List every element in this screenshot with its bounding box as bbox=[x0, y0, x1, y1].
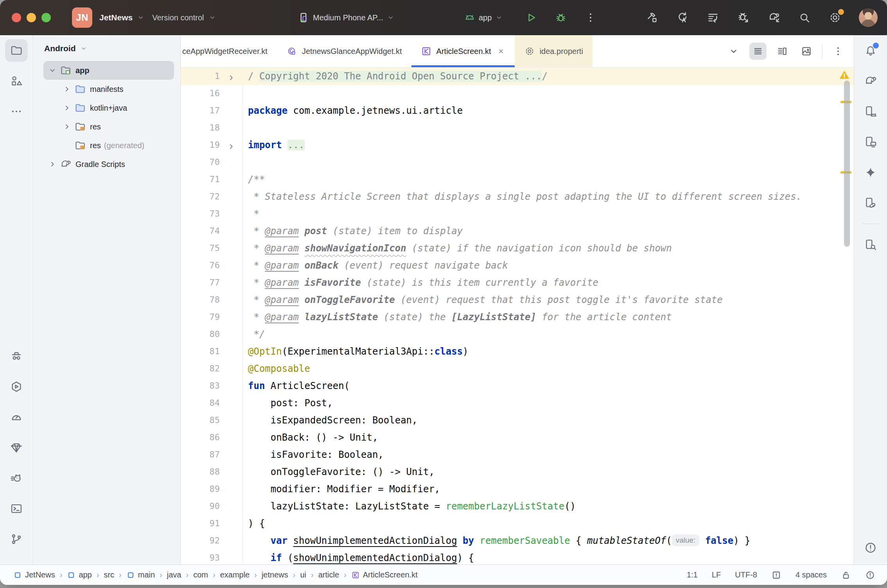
breadcrumb-item-java[interactable]: java bbox=[167, 570, 181, 579]
gutter-line-number[interactable]: 92 bbox=[181, 532, 220, 549]
project-view-selector[interactable]: Android bbox=[33, 35, 180, 59]
search-everywhere-button[interactable] bbox=[798, 11, 811, 24]
tool-services[interactable] bbox=[5, 375, 28, 398]
code-line-19[interactable]: 19import ... bbox=[181, 136, 854, 154]
split-editor-button[interactable] bbox=[774, 43, 791, 60]
gradle-sync-button[interactable] bbox=[767, 11, 781, 24]
gutter-line-number[interactable]: 84 bbox=[181, 394, 220, 412]
zoom-window-button[interactable] bbox=[41, 13, 51, 22]
vcs-menu[interactable]: Version control bbox=[152, 13, 216, 22]
status-caret-position[interactable]: 1:1 bbox=[687, 570, 698, 579]
gutter-line-number[interactable]: 71 bbox=[181, 171, 220, 188]
code-line-79[interactable]: 79 * @param lazyListState (state) the [L… bbox=[181, 308, 854, 326]
code-line-74[interactable]: 74 * @param post (state) item to display bbox=[181, 222, 854, 240]
code-line-71[interactable]: 71/** bbox=[181, 171, 854, 188]
code-editor[interactable]: 1/ Copyright 2020 The Android Open Sourc… bbox=[181, 68, 854, 565]
tab-ceappwidgetreceiver-kt[interactable]: ceAppWidgetReceiver.kt bbox=[181, 35, 277, 67]
gutter-line-number[interactable]: 72 bbox=[181, 188, 220, 205]
user-avatar[interactable] bbox=[859, 8, 878, 27]
chevron-down-icon[interactable] bbox=[47, 65, 57, 75]
gutter-line-number[interactable]: 88 bbox=[181, 463, 220, 480]
code-line-83[interactable]: 83fun ArticleScreen( bbox=[181, 377, 854, 394]
breadcrumb-item-article[interactable]: article bbox=[318, 570, 339, 579]
gutter-line-number[interactable]: 16 bbox=[181, 85, 220, 102]
tree-item-res[interactable]: res bbox=[43, 117, 174, 136]
tool-device-manager[interactable] bbox=[859, 100, 882, 123]
tool-terminal[interactable] bbox=[5, 497, 28, 520]
code-line-93[interactable]: 93 if (showUnimplementedActionDialog) { bbox=[181, 549, 854, 565]
gutter-line-number[interactable]: 74 bbox=[181, 222, 220, 240]
breadcrumb-item-example[interactable]: example bbox=[220, 570, 250, 579]
close-tab-icon[interactable] bbox=[497, 47, 505, 56]
run-button[interactable] bbox=[523, 9, 540, 26]
code-line-92[interactable]: 92 var showUnimplementedActionDialog by … bbox=[181, 532, 854, 549]
code-line-18[interactable]: 18 bbox=[181, 119, 854, 136]
attach-debugger-button[interactable] bbox=[737, 11, 750, 24]
code-line-84[interactable]: 84 post: Post, bbox=[181, 394, 854, 412]
tool-profiler[interactable] bbox=[5, 406, 28, 428]
code-line-80[interactable]: 80 */ bbox=[181, 326, 854, 343]
chevron-right-icon[interactable] bbox=[62, 84, 72, 94]
tool-project[interactable] bbox=[5, 39, 28, 62]
gutter-line-number[interactable]: 1 bbox=[181, 68, 220, 85]
run-configuration-selector[interactable]: app bbox=[464, 0, 503, 35]
gutter-line-number[interactable]: 70 bbox=[181, 154, 220, 171]
code-line-1[interactable]: 1/ Copyright 2020 The Android Open Sourc… bbox=[181, 68, 854, 85]
code-line-16[interactable]: 16 bbox=[181, 85, 854, 102]
gutter-line-number[interactable]: 85 bbox=[181, 412, 220, 429]
apply-code-changes-button[interactable] bbox=[706, 11, 720, 24]
tab-jetnewsglanceappwidget-kt[interactable]: JetnewsGlanceAppWidget.kt bbox=[277, 35, 411, 67]
settings-button[interactable] bbox=[828, 11, 842, 24]
tool-app-quality-insights[interactable] bbox=[5, 436, 28, 459]
gutter-line-number[interactable]: 93 bbox=[181, 549, 220, 565]
chevron-right-icon[interactable] bbox=[62, 103, 72, 113]
code-line-86[interactable]: 86 onBack: () -> Unit, bbox=[181, 429, 854, 446]
code-line-85[interactable]: 85 isExpandedScreen: Boolean, bbox=[181, 412, 854, 429]
code-line-90[interactable]: 90 lazyListState: LazyListState = rememb… bbox=[181, 498, 854, 515]
status-encoding[interactable]: UTF-8 bbox=[735, 570, 757, 579]
code-line-70[interactable]: 70 bbox=[181, 154, 854, 171]
gutter-line-number[interactable]: 87 bbox=[181, 446, 220, 463]
inspections-warning-icon[interactable] bbox=[839, 69, 850, 81]
gutter-line-number[interactable]: 81 bbox=[181, 343, 220, 360]
apply-changes-button[interactable] bbox=[676, 11, 689, 24]
gutter-line-number[interactable]: 83 bbox=[181, 377, 220, 394]
gutter-line-number[interactable]: 79 bbox=[181, 308, 220, 326]
gutter-line-number[interactable]: 91 bbox=[181, 515, 220, 532]
fold-region-icon[interactable] bbox=[226, 71, 236, 81]
editor-scrollbar-thumb[interactable] bbox=[844, 81, 850, 247]
gutter-line-number[interactable]: 18 bbox=[181, 119, 220, 136]
tab-articlescreen-kt[interactable]: ArticleScreen.kt bbox=[411, 35, 515, 67]
gutter-line-number[interactable]: 86 bbox=[181, 429, 220, 446]
breadcrumb-item-jetnews[interactable]: jetnews bbox=[262, 570, 288, 579]
tab-idea-properti[interactable]: idea.properti bbox=[515, 35, 593, 67]
hidden-tabs-button[interactable] bbox=[725, 43, 742, 60]
build-button[interactable] bbox=[645, 11, 659, 24]
code-line-91[interactable]: 91) { bbox=[181, 515, 854, 532]
code-line-82[interactable]: 82@Composable bbox=[181, 360, 854, 377]
code-line-75[interactable]: 75 * @param showNavigationIcon (state) i… bbox=[181, 240, 854, 257]
tool-running-devices[interactable] bbox=[859, 131, 882, 153]
lock-open-icon[interactable] bbox=[841, 570, 851, 580]
fold-region-icon[interactable] bbox=[226, 140, 236, 150]
tool-device-mirroring[interactable] bbox=[859, 192, 882, 214]
tree-item-kotlin-java[interactable]: kotlin+java bbox=[43, 99, 174, 117]
list-view-button[interactable] bbox=[749, 43, 767, 60]
gutter-line-number[interactable]: 73 bbox=[181, 205, 220, 222]
tool-version-control[interactable] bbox=[5, 528, 28, 550]
gutter-line-number[interactable]: 90 bbox=[181, 498, 220, 515]
gutter-line-number[interactable]: 19 bbox=[181, 136, 220, 154]
status-indent[interactable]: 4 spaces bbox=[795, 570, 827, 579]
code-line-72[interactable]: 72 * Stateless Article Screen that displ… bbox=[181, 188, 854, 205]
breadcrumb-item-ui[interactable]: ui bbox=[300, 570, 306, 579]
code-line-78[interactable]: 78 * @param onToggleFavorite (event) req… bbox=[181, 291, 854, 308]
breadcrumb-item-main[interactable]: main bbox=[126, 570, 155, 579]
gutter-line-number[interactable]: 77 bbox=[181, 274, 220, 291]
code-line-89[interactable]: 89 modifier: Modifier = Modifier, bbox=[181, 480, 854, 498]
status-line-separator[interactable]: LF bbox=[712, 570, 721, 579]
minimize-window-button[interactable] bbox=[27, 13, 36, 22]
tree-item-res[interactable]: res(generated) bbox=[43, 136, 174, 155]
tree-item-app[interactable]: app bbox=[43, 61, 174, 80]
gutter-line-number[interactable]: 78 bbox=[181, 291, 220, 308]
gutter-line-number[interactable]: 82 bbox=[181, 360, 220, 377]
